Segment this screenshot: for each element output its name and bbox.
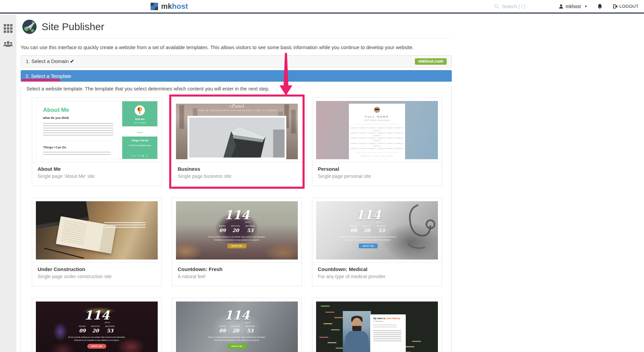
step-select-domain[interactable]: 1. Select a Domain✔ mkhost.com — [21, 55, 452, 67]
step-domain-label: 1. Select a Domain✔ — [26, 58, 74, 64]
template-section: Select a website template. The template … — [21, 86, 452, 352]
step-select-template[interactable]: 2. Select a Template — [21, 70, 452, 82]
intro-text: You can use this interface to quickly cr… — [21, 45, 452, 50]
username-label: mkhost — [565, 4, 581, 9]
balloon-avatar — [135, 105, 145, 116]
preview-nav-link: About — [137, 131, 142, 133]
countdown-days: 114 — [224, 309, 249, 321]
preview-text-lines — [104, 222, 146, 228]
logout-label: LOGOUT — [619, 4, 639, 9]
preview-divider — [355, 124, 399, 124]
template-card-countdown-drums[interactable]: 114 DAYS HOURS09 MINUTES20 SECONDS53 We … — [32, 298, 162, 352]
mkhost-logo-text: mkhost — [161, 2, 188, 11]
preview-field-lines — [373, 325, 397, 328]
template-card-footer: Under Construction Single page under con… — [32, 262, 161, 279]
template-card-under-construction[interactable]: Under Construction Single page under con… — [32, 198, 162, 286]
page-title: Site Publisher — [42, 21, 104, 33]
preview-avatar — [374, 107, 380, 113]
logout-icon — [613, 4, 618, 9]
template-title: Countdown: Fresh — [178, 266, 296, 272]
template-card-footer: About Me Single page 'About Me' site — [32, 162, 161, 179]
template-card-footer: Personal Single page personal site — [312, 162, 442, 179]
top-header: mkhost mkhost ▼ LOGOUT — [0, 0, 644, 14]
template-title: Business — [178, 166, 296, 172]
search-icon — [494, 4, 499, 9]
preview-example-text: EXAMPLE EXAMPLE EXAMPLE EXAMPLE EXAMPLE … — [349, 127, 405, 150]
template-description: Single page business site — [178, 173, 296, 179]
template-card-countdown-fresh[interactable]: 114 DAYS HOURS09 MINUTES20 SECONDS53 We … — [172, 198, 302, 286]
code-background-shapes — [321, 306, 330, 307]
preview-divider — [355, 152, 399, 153]
preview-name: Louis Stanley — [386, 317, 400, 319]
user-icon — [559, 4, 563, 9]
preview-menu-item: Things I Can Do — [122, 139, 157, 142]
countdown-days: 114 — [224, 209, 249, 221]
logout-button[interactable]: LOGOUT — [613, 4, 639, 9]
countdown-days-label: DAYS — [376, 222, 382, 223]
preview-menu-item: A Few Accomplishments — [122, 144, 157, 146]
preview-sidebar: test me test me again About Things I Can… — [122, 101, 157, 159]
page-header: Site Publisher — [21, 15, 452, 39]
template-card-countdown-typing[interactable]: 114 DAYS HOURS09 MINUTES20 SECONDS53 We … — [172, 298, 302, 352]
building-photo — [187, 116, 286, 159]
template-title: Countdown: Medical — [318, 266, 436, 272]
preview-section-heading: Things I Can Do — [43, 146, 116, 149]
template-instruction: Select a website template. The template … — [26, 86, 446, 91]
template-title: About Me — [38, 166, 156, 172]
preview-social-icons: ✉tfin — [349, 159, 405, 159]
annotation-underline — [22, 79, 60, 81]
preview-photo: CONTACT ME — [343, 311, 371, 352]
template-preview-countdown-typing: 114 DAYS HOURS09 MINUTES20 SECONDS53 We … — [176, 302, 298, 352]
user-menu[interactable]: mkhost ▼ — [559, 4, 587, 9]
sidebar-item-tools[interactable] — [0, 24, 16, 33]
template-card-business[interactable]: cPanel CPANEL, INC. 2550 NORTH LOOP W., … — [172, 97, 302, 186]
preview-role: UX Developer — [373, 320, 402, 322]
countdown-days: 114 — [84, 309, 109, 321]
notifications-bell-icon[interactable] — [597, 4, 602, 9]
countdown-days-label: DAYS — [105, 322, 110, 324]
left-sidebar — [0, 15, 16, 352]
preview-contact: HOUSTON, TX, 77092 | 713-229-2379 — [349, 155, 405, 157]
countdown-days-label: DAYS — [245, 222, 250, 223]
step-template-label: 2. Select a Template — [25, 73, 71, 79]
template-description: For any type of medical provider — [318, 274, 436, 279]
notify-me-button: NOTIFY ME — [359, 244, 378, 248]
template-preview-under-construction — [36, 201, 158, 260]
template-preview-personal: FULL NAME SOFTWARE ENGINEER EXAMPLE EXAM… — [316, 101, 438, 159]
template-card-countdown-medical[interactable]: 114 DAYS HOURS09 MINUTES20 SECONDS53 We … — [312, 198, 442, 286]
template-card-about-me[interactable]: About Me what do you think Things I Can … — [32, 97, 162, 186]
preview-profile-name: test me — [124, 118, 156, 121]
mkhost-logo[interactable]: mkhost — [150, 2, 188, 11]
countdown-message: We are currently working on a new websit… — [208, 336, 265, 341]
sidebar-item-users[interactable] — [0, 40, 16, 48]
preview-info-card: My name is Louis Stanley UX Developer — [370, 314, 405, 352]
template-preview-business: cPanel CPANEL, INC. 2550 NORTH LOOP W., … — [176, 101, 298, 159]
pen-shape — [44, 248, 84, 259]
global-search[interactable] — [494, 4, 539, 9]
template-description: Single page 'About Me' site — [38, 173, 156, 179]
preview-subheading: what do you think — [43, 116, 116, 120]
template-preview-countdown-medical: 114 DAYS HOURS09 MINUTES20 SECONDS53 We … — [316, 201, 438, 260]
template-description: A natural feel — [178, 274, 296, 279]
template-card-programmer[interactable]: CONTACT ME My name is Louis Stanley UX D… — [312, 298, 442, 352]
check-icon: ✔ — [70, 58, 74, 64]
template-card-footer: Business Single page business site — [172, 162, 302, 179]
countdown-units: HOURS09 MINUTES20 SECONDS53 — [350, 225, 386, 233]
template-preview-about-me: About Me what do you think Things I Can … — [36, 101, 158, 159]
preview-address: CPANEL, INC. 2550 NORTH LOOP W., SUITE 4… — [176, 110, 298, 111]
preview-full-name: FULL NAME — [349, 115, 405, 118]
selected-domain-badge: mkhost.com — [415, 58, 447, 65]
template-description: Single page personal site — [318, 173, 436, 179]
template-preview-programmer: CONTACT ME My name is Louis Stanley UX D… — [316, 302, 438, 352]
notify-me-button: NOTIFY ME — [227, 344, 247, 349]
template-title: Personal — [318, 166, 436, 172]
countdown-units: HOURS09 MINUTES20 SECONDS53 — [79, 326, 115, 333]
template-description: Single page under construction site — [38, 274, 156, 279]
template-card-personal[interactable]: FULL NAME SOFTWARE ENGINEER EXAMPLE EXAM… — [312, 97, 442, 186]
template-card-footer: Countdown: Fresh A natural feel — [172, 262, 302, 279]
preview-paragraph-lines — [43, 152, 110, 156]
countdown-units: HOURS09 MINUTES20 SECONDS53 — [219, 326, 255, 333]
search-input[interactable] — [502, 4, 539, 9]
template-preview-countdown-fresh: 114 DAYS HOURS09 MINUTES20 SECONDS53 We … — [176, 201, 298, 260]
mkhost-logo-icon — [150, 2, 159, 11]
